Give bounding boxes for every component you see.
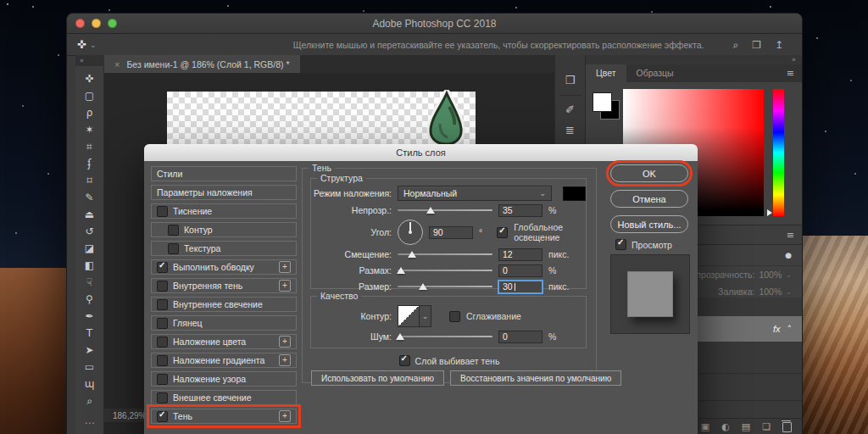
hue-slider-marker[interactable] <box>767 209 772 216</box>
new-adjustment-layer-icon[interactable]: ◐ <box>721 421 730 432</box>
angle-dial[interactable] <box>398 220 423 245</box>
size-slider-thumb[interactable] <box>419 283 427 290</box>
clone-stamp-tool[interactable]: ⏏ <box>75 206 103 223</box>
zoom-level[interactable]: 186,29% <box>113 411 146 420</box>
spread-slider[interactable] <box>398 265 492 275</box>
add-inner-shadow-icon[interactable]: + <box>279 280 291 292</box>
styles-item[interactable]: Стили <box>151 166 297 181</box>
blending-options-item[interactable]: Параметры наложения <box>151 185 297 200</box>
noise-input[interactable]: 0 <box>498 331 542 343</box>
document-tab[interactable]: × Без имени-1 @ 186% (Слой 1, RGB/8) * <box>104 55 300 73</box>
bevel-emboss-checkbox[interactable] <box>157 206 168 217</box>
noise-slider-thumb[interactable] <box>396 333 404 340</box>
style-item-contour[interactable]: Контур <box>151 222 297 237</box>
rectangle-tool[interactable]: ▭ <box>75 359 103 376</box>
foreground-color-swatch[interactable] <box>593 92 612 112</box>
tab-color[interactable]: Цвет <box>586 64 626 82</box>
outer-glow-checkbox[interactable] <box>157 392 168 403</box>
chevron-down-icon[interactable]: ⌄ <box>786 288 792 296</box>
chevron-down-icon[interactable]: ⌄ <box>420 305 431 327</box>
window-titlebar[interactable]: Adobe Photoshop CC 2018 <box>67 14 802 34</box>
layer-knocks-out-checkbox[interactable] <box>399 355 410 366</box>
tool-preset-caret-icon[interactable]: ⌄ <box>90 41 97 49</box>
stroke-checkbox[interactable] <box>157 262 168 273</box>
reset-to-default-button[interactable]: Восстановить значения по умолчанию <box>450 370 621 386</box>
chevron-down-icon[interactable]: ⌄ <box>786 271 792 279</box>
add-stroke-icon[interactable]: + <box>279 261 291 273</box>
add-color-overlay-icon[interactable]: + <box>279 336 291 348</box>
color-overlay-checkbox[interactable] <box>157 337 168 348</box>
dialog-titlebar[interactable]: Стиль слоя <box>144 144 698 161</box>
antialias-checkbox[interactable] <box>449 311 460 322</box>
cancel-button[interactable]: Отмена <box>610 190 688 208</box>
new-layer-icon[interactable]: ❏ <box>762 421 771 432</box>
leaf-artwork[interactable] <box>421 90 472 149</box>
style-item-color-overlay[interactable]: Наложение цвета + <box>151 334 297 349</box>
add-mask-icon[interactable]: ▣ <box>701 421 709 432</box>
shadow-color-swatch[interactable] <box>563 186 586 201</box>
zoom-tool[interactable]: ⌕ <box>75 392 103 409</box>
layers-panel-menu-icon[interactable]: ≡ <box>787 230 802 241</box>
style-item-stroke[interactable]: Выполнить обводку + <box>151 259 297 275</box>
properties-panel-icon[interactable]: ≣ <box>565 120 575 141</box>
distance-slider[interactable] <box>398 249 492 259</box>
smudge-tool[interactable]: ☟ <box>75 274 103 291</box>
brush-settings-panel-icon[interactable]: ✐ <box>565 100 575 120</box>
distance-slider-thumb[interactable] <box>408 251 416 258</box>
style-item-inner-glow[interactable]: Внутреннее свечение <box>151 297 297 312</box>
color-panel-menu-icon[interactable]: ≡ <box>787 68 802 79</box>
eraser-tool[interactable]: ◪ <box>75 240 103 257</box>
style-item-gradient-overlay[interactable]: Наложение градиента + <box>151 353 297 368</box>
texture-checkbox[interactable] <box>168 243 179 254</box>
size-input[interactable]: 30 <box>498 281 542 293</box>
close-window-button[interactable] <box>75 19 85 28</box>
gradient-tool[interactable]: ◧ <box>75 257 103 274</box>
healing-brush-tool[interactable]: ⌑ <box>75 172 103 189</box>
history-brush-tool[interactable]: ↺ <box>75 223 103 240</box>
inner-shadow-checkbox[interactable] <box>157 281 168 292</box>
lasso-tool[interactable]: ρ <box>75 104 103 121</box>
search-icon[interactable]: ⌕ <box>732 39 738 51</box>
pen-tool[interactable]: ✒ <box>75 308 103 325</box>
panel-collapse-icon[interactable]: » <box>586 55 802 64</box>
opacity-input[interactable]: 35 <box>498 204 542 217</box>
gradient-overlay-checkbox[interactable] <box>157 355 168 366</box>
move-tool-icon[interactable]: ✜ <box>77 38 86 51</box>
new-group-icon[interactable]: ▤ <box>742 421 750 432</box>
move-tool[interactable]: ✜ <box>75 70 103 87</box>
noise-slider[interactable] <box>398 331 492 342</box>
style-item-satin[interactable]: Глянец <box>151 315 297 331</box>
drop-shadow-checkbox[interactable] <box>157 411 168 422</box>
pattern-overlay-checkbox[interactable] <box>157 374 168 385</box>
contour-picker[interactable]: ⌄ <box>398 305 431 327</box>
style-item-bevel-emboss[interactable]: Тиснение <box>151 203 297 219</box>
delete-layer-icon[interactable] <box>782 422 792 432</box>
crop-tool[interactable]: ⌗ <box>75 138 103 155</box>
toolbar-collapse-icon[interactable]: » <box>75 55 104 66</box>
hue-slider[interactable] <box>773 89 784 216</box>
spread-slider-thumb[interactable] <box>397 267 405 274</box>
global-light-checkbox[interactable] <box>497 227 508 238</box>
layer-fx-badge[interactable]: fx <box>773 324 781 334</box>
inner-glow-checkbox[interactable] <box>157 299 168 310</box>
collapse-effects-icon[interactable]: ˄ <box>787 324 793 335</box>
filter-toggle-icon[interactable]: ● <box>785 251 792 259</box>
hand-tool[interactable]: ɰ <box>75 376 103 392</box>
spread-input[interactable]: 0 <box>498 264 542 277</box>
size-slider[interactable] <box>398 281 492 292</box>
contour-checkbox[interactable] <box>168 225 179 236</box>
satin-checkbox[interactable] <box>157 318 168 329</box>
eyedropper-tool[interactable]: ʄ <box>75 155 103 172</box>
style-item-outer-glow[interactable]: Внешнее свечение <box>151 390 297 405</box>
fill-value[interactable]: 100% <box>759 287 782 297</box>
style-item-texture[interactable]: Текстура <box>151 241 297 256</box>
style-item-inner-shadow[interactable]: Внутренняя тень + <box>151 278 297 293</box>
contour-thumbnail[interactable] <box>398 305 420 327</box>
type-tool[interactable]: T <box>75 325 103 342</box>
blend-mode-select[interactable]: Нормальный ⌄ <box>398 186 552 201</box>
angle-input[interactable]: 90 <box>429 226 473 239</box>
preview-checkbox[interactable] <box>615 239 626 250</box>
style-item-drop-shadow[interactable]: Тень + <box>151 409 297 424</box>
brush-tool[interactable]: ✎ <box>75 189 103 206</box>
workspace-icon[interactable]: ❒ <box>752 39 761 51</box>
